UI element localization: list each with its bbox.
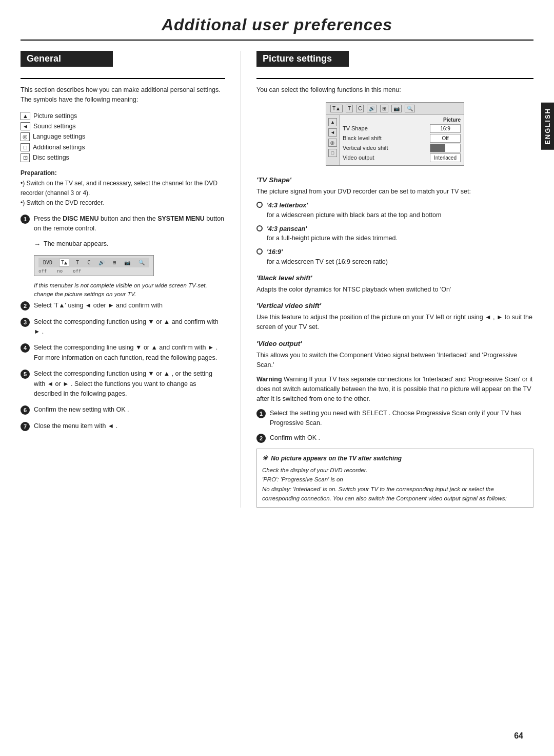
symbol-item-additional: □ Additional settings xyxy=(21,143,225,151)
option-169: '16:9' for a widescreen TV set (16:9 scr… xyxy=(256,247,533,267)
tv-shape-title: 'TV Shape' xyxy=(256,176,533,184)
picture-menu-table: T▲ T C 🔊 ⊞ 📷 🔍 ▲ ◄ ◎ □ Picture xyxy=(326,102,464,166)
symbol-list: ▲ Picture settings ◄ Sound settings ◎ La… xyxy=(21,112,225,162)
vertical-label: Vertical video shift xyxy=(343,144,430,152)
option-43panscan: '4:3 panscan' for a full-height picture … xyxy=(256,224,533,244)
step-1-arrow: → The menubar appears. xyxy=(34,240,225,248)
menubar-frame: ⊞ xyxy=(111,259,117,266)
step-5: 5 Select the corresponding function usin… xyxy=(21,369,225,399)
video-step-2-num: 2 xyxy=(256,434,266,443)
step-4: 4 Select the corresponding line using ▼ … xyxy=(21,343,225,363)
step-1-text: Press the DISC MENU button and then the … xyxy=(34,214,225,234)
pic-menu-rows: Picture TV Shape 16:9 Black level shift … xyxy=(340,115,464,165)
option-43letterbox: '4:3 letterbox' for a widescreen picture… xyxy=(256,201,533,220)
step-4-number: 4 xyxy=(21,343,30,353)
pic-icon-search: 🔍 xyxy=(405,105,415,112)
pic-menu-icon-row: T▲ T C 🔊 ⊞ 📷 🔍 xyxy=(330,105,415,112)
english-side-tab: ENGLISH xyxy=(541,103,554,150)
warning-box: ✳ No picture appears on the TV after swi… xyxy=(256,449,533,508)
pic-menu-row-vertical: Vertical video shift xyxy=(343,144,461,152)
black-level-title: 'Black level shift' xyxy=(256,274,533,282)
step-4-text: Select the corresponding line using ▼ or… xyxy=(34,343,225,363)
pic-menu-left-icons: ▲ ◄ ◎ □ xyxy=(326,115,340,165)
left-icon-3: ◎ xyxy=(328,139,337,147)
arrow-icon: → xyxy=(34,240,41,248)
general-divider xyxy=(21,78,225,79)
general-section-title: General xyxy=(21,51,113,67)
symbol-label-picture: Picture settings xyxy=(33,112,77,120)
step-1-arrow-text: The menubar appears. xyxy=(44,240,108,247)
symbol-label-language: Language settings xyxy=(33,133,85,140)
symbol-item-disc: ⊡ Disc settings xyxy=(21,153,225,162)
pic-icon-c: C xyxy=(356,105,364,112)
option-43panscan-content: '4:3 panscan' for a full-height picture … xyxy=(267,224,533,244)
step-2: 2 Select 'T▲' using ◄ oder ► and confirm… xyxy=(21,301,225,311)
vertical-video-title: 'Vertical video shift' xyxy=(256,302,533,309)
pic-menu-body: ▲ ◄ ◎ □ Picture TV Shape 16:9 Black leve… xyxy=(326,115,464,165)
disc-settings-icon: ⊡ xyxy=(21,153,30,162)
pic-menu-row-black: Black level shift Off xyxy=(343,134,461,143)
video-step-1-num: 1 xyxy=(256,409,266,418)
vertical-video-text: Use this feature to adjust the position … xyxy=(256,313,533,333)
step-2-text: Select 'T▲' using ◄ oder ► and confirm w… xyxy=(34,301,225,311)
picture-settings-icon: ▲ xyxy=(21,112,30,120)
symbol-item-picture: ▲ Picture settings xyxy=(21,112,225,120)
symbol-label-disc: Disc settings xyxy=(33,154,69,161)
tv-shape-intro: The picture signal from your DVD recorde… xyxy=(256,187,533,197)
page-header: Additional user preferences xyxy=(21,0,533,41)
symbol-label-additional: Additional settings xyxy=(33,144,85,151)
menubar-c: C xyxy=(86,259,92,266)
option-43letterbox-title: '4:3 letterbox' xyxy=(267,202,308,209)
sound-settings-icon: ◄ xyxy=(21,122,30,130)
option-169-title: '16:9' xyxy=(267,248,283,256)
option-43panscan-title: '4:3 panscan' xyxy=(267,225,307,232)
option-circle-icon-2 xyxy=(256,225,263,231)
tvshape-label: TV Shape xyxy=(343,124,430,133)
menubar-dvd: DVD xyxy=(42,259,54,266)
video-step-1-text: Select the setting you need with SELECT … xyxy=(270,409,533,429)
step-6: 6 Confirm the new setting with OK . xyxy=(21,405,225,415)
main-content: General This section describes how you c… xyxy=(21,41,533,508)
pic-icon-t: T xyxy=(346,105,353,112)
general-intro: This section describes how you can make … xyxy=(21,85,225,105)
step-3-text: Select the corresponding function using … xyxy=(34,317,225,337)
black-value: Off xyxy=(430,134,461,143)
step-3: 3 Select the corresponding function usin… xyxy=(21,317,225,337)
general-section: General This section describes how you c… xyxy=(21,51,241,508)
video-step-1: 1 Select the setting you need with SELEC… xyxy=(256,409,533,429)
menubar-uc: 🔊 xyxy=(97,259,106,266)
symbol-label-sound: Sound settings xyxy=(33,123,76,130)
language-settings-icon: ◎ xyxy=(21,132,30,141)
preparation-block: Preparation: •) Switch on the TV set, an… xyxy=(21,169,225,208)
preparation-label: Preparation: xyxy=(21,169,225,177)
tv-shape-options: '4:3 letterbox' for a widescreen picture… xyxy=(256,201,533,267)
option-circle-icon xyxy=(256,202,263,208)
option-43letterbox-content: '4:3 letterbox' for a widescreen picture… xyxy=(267,201,533,220)
pic-menu-row-tvshape: TV Shape 16:9 xyxy=(343,124,461,133)
step-2-number: 2 xyxy=(21,301,30,311)
video-output-title: 'Video output' xyxy=(256,340,533,347)
step-7-text: Close the menu item with ◄ . xyxy=(34,421,225,431)
step-7-number: 7 xyxy=(21,422,30,431)
menubar-cam: 📷 xyxy=(123,259,132,266)
video-step-2-text: Confirm with OK . xyxy=(270,433,320,443)
preparation-line-1: •) Switch on the TV set, and if necessar… xyxy=(21,179,225,208)
picture-intro: You can select the following functions i… xyxy=(256,85,533,95)
option-169-text: for a widescreen TV set (16:9 screen rat… xyxy=(267,258,388,265)
menubar-italic-note: If this menubar is not complete visible … xyxy=(34,281,225,299)
warning-box-title-text: No picture appears on the TV after switc… xyxy=(271,455,402,462)
black-label: Black level shift xyxy=(343,134,430,143)
step-1: 1 Press the DISC MENU button and then th… xyxy=(21,214,225,234)
video-output-warning-text: Warning Warning If your TV has separate … xyxy=(256,375,533,404)
picture-settings-title: Picture settings xyxy=(256,51,349,67)
black-level-text: Adapts the color dynamics for NTSC playb… xyxy=(256,285,533,295)
additional-settings-icon: □ xyxy=(21,143,30,151)
tvshape-value: 16:9 xyxy=(430,124,461,133)
page-number: 64 xyxy=(514,731,523,741)
pic-icon-frame: ⊞ xyxy=(380,105,388,112)
pic-menu-picture-label: Picture xyxy=(343,117,461,123)
step-5-number: 5 xyxy=(21,370,30,379)
menubar-t: T xyxy=(74,259,81,266)
picture-divider xyxy=(256,78,533,79)
symbol-item-sound: ◄ Sound settings xyxy=(21,122,225,130)
